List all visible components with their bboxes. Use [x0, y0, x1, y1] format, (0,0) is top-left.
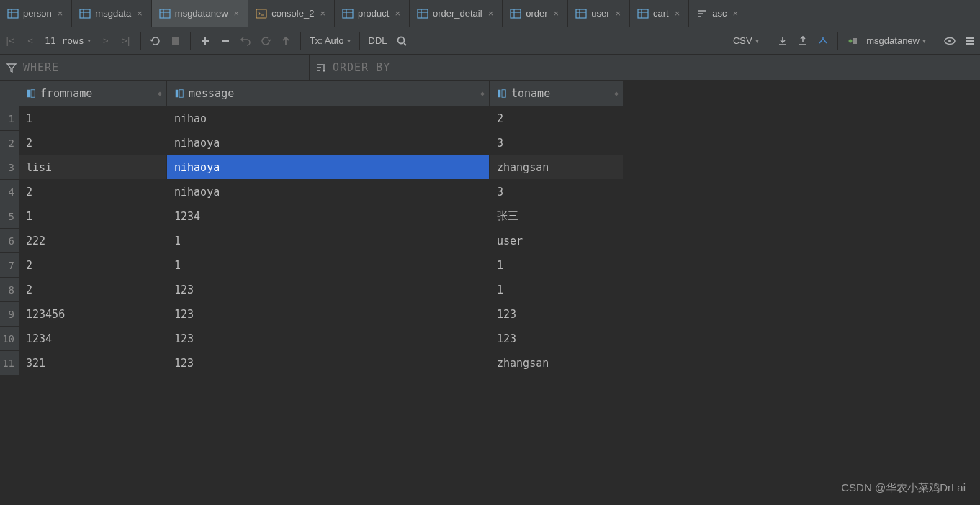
- close-icon[interactable]: ×: [135, 8, 144, 19]
- tab-asc[interactable]: asc×: [689, 0, 747, 27]
- ddl-button[interactable]: DDL: [364, 35, 392, 46]
- sort-indicator-icon[interactable]: ◆: [614, 89, 619, 97]
- table-row[interactable]: 21231: [19, 278, 624, 302]
- add-row-button[interactable]: [195, 31, 215, 51]
- import-button[interactable]: [793, 31, 813, 51]
- row-number[interactable]: 5: [0, 204, 19, 229]
- cell-message[interactable]: nihaoya: [167, 155, 490, 179]
- cell-message[interactable]: 123: [167, 327, 490, 350]
- cell-toname[interactable]: zhangsan: [490, 155, 624, 179]
- export-button[interactable]: [773, 31, 793, 51]
- session-context-dropdown[interactable]: msgdatanew ▾: [842, 35, 930, 47]
- row-number[interactable]: 11: [0, 351, 19, 376]
- cell-fromname[interactable]: 1: [19, 204, 167, 228]
- close-icon[interactable]: ×: [56, 8, 65, 19]
- remove-row-button[interactable]: [215, 31, 235, 51]
- cell-fromname[interactable]: 123456: [19, 302, 167, 326]
- cell-message[interactable]: 123: [167, 351, 490, 375]
- cell-fromname[interactable]: 321: [19, 351, 167, 375]
- export-format-dropdown[interactable]: CSV ▾: [729, 35, 763, 46]
- compare-button[interactable]: [813, 31, 833, 51]
- reload-button[interactable]: [145, 31, 166, 51]
- row-number[interactable]: 10: [0, 327, 19, 351]
- cell-toname[interactable]: 3: [490, 180, 624, 204]
- table-row[interactable]: 2221user: [19, 229, 624, 253]
- submit-button[interactable]: [276, 31, 296, 51]
- cell-fromname[interactable]: 222: [19, 229, 167, 252]
- cell-toname[interactable]: 123: [490, 302, 624, 326]
- close-icon[interactable]: ×: [613, 8, 622, 19]
- column-header-message[interactable]: message◆: [167, 81, 490, 106]
- orderby-input[interactable]: [333, 61, 470, 74]
- next-page-button[interactable]: >: [96, 31, 116, 51]
- cell-fromname[interactable]: lisi: [19, 155, 167, 179]
- table-row[interactable]: 123456123123: [19, 302, 624, 327]
- tab-console_2[interactable]: console_2×: [248, 0, 335, 27]
- sort-indicator-icon[interactable]: ◆: [480, 89, 485, 97]
- commit-button[interactable]: [256, 31, 276, 51]
- tab-order_detail[interactable]: order_detail×: [410, 0, 503, 27]
- row-number[interactable]: 9: [0, 302, 19, 327]
- cell-message[interactable]: 1234: [167, 204, 490, 228]
- close-icon[interactable]: ×: [487, 8, 495, 19]
- cell-fromname[interactable]: 2: [19, 180, 167, 204]
- row-number[interactable]: 3: [0, 155, 19, 180]
- row-number[interactable]: 2: [0, 131, 19, 155]
- tab-product[interactable]: product×: [335, 0, 410, 27]
- table-row[interactable]: 11234张三: [19, 204, 624, 229]
- stop-button[interactable]: [166, 31, 186, 51]
- cell-toname[interactable]: user: [490, 229, 624, 252]
- row-number[interactable]: 7: [0, 253, 19, 278]
- table-row[interactable]: 211: [19, 253, 624, 278]
- cell-toname[interactable]: 张三: [490, 204, 624, 228]
- cell-message[interactable]: 1: [167, 253, 490, 277]
- cell-message[interactable]: 123: [167, 278, 490, 301]
- cell-fromname[interactable]: 1234: [19, 327, 167, 350]
- tab-order[interactable]: order×: [503, 0, 568, 27]
- cell-toname[interactable]: 123: [490, 327, 624, 350]
- cell-toname[interactable]: 2: [490, 106, 624, 130]
- row-number[interactable]: 1: [0, 106, 19, 131]
- column-header-fromname[interactable]: fromname◆: [19, 81, 167, 106]
- cell-toname[interactable]: 1: [490, 253, 624, 277]
- cell-toname[interactable]: 3: [490, 131, 624, 155]
- close-icon[interactable]: ×: [732, 8, 740, 19]
- table-row[interactable]: 2nihaoya3: [19, 180, 624, 204]
- tab-user[interactable]: user×: [568, 0, 630, 27]
- close-icon[interactable]: ×: [233, 8, 241, 19]
- settings-button[interactable]: [960, 31, 980, 51]
- cell-fromname[interactable]: 2: [19, 278, 167, 301]
- close-icon[interactable]: ×: [393, 8, 402, 19]
- tab-cart[interactable]: cart×: [630, 0, 689, 27]
- row-count-label[interactable]: 11 rows ▾: [40, 35, 96, 46]
- cell-fromname[interactable]: 2: [19, 253, 167, 277]
- close-icon[interactable]: ×: [673, 8, 682, 19]
- cell-fromname[interactable]: 2: [19, 131, 167, 155]
- table-row[interactable]: 321123zhangsan: [19, 351, 624, 376]
- table-row[interactable]: 1nihao2: [19, 106, 624, 131]
- cell-message[interactable]: nihaoya: [167, 131, 490, 155]
- tx-mode-dropdown[interactable]: Tx: Auto ▾: [305, 35, 355, 46]
- sort-indicator-icon[interactable]: ◆: [158, 89, 162, 97]
- table-row[interactable]: lisinihaoyazhangsan: [19, 155, 624, 180]
- row-number[interactable]: 4: [0, 180, 19, 204]
- cell-fromname[interactable]: 1: [19, 106, 167, 130]
- row-number[interactable]: 8: [0, 278, 19, 302]
- search-button[interactable]: [392, 31, 412, 51]
- where-input[interactable]: [23, 61, 161, 74]
- first-page-button[interactable]: |<: [0, 31, 20, 51]
- cell-message[interactable]: nihao: [167, 106, 490, 130]
- close-icon[interactable]: ×: [318, 8, 327, 19]
- close-icon[interactable]: ×: [552, 8, 561, 19]
- table-row[interactable]: 2nihaoya3: [19, 131, 624, 155]
- prev-page-button[interactable]: <: [20, 31, 40, 51]
- row-number[interactable]: 6: [0, 229, 19, 253]
- tab-msgdata[interactable]: msgdata×: [72, 0, 151, 27]
- column-header-toname[interactable]: toname◆: [490, 81, 624, 106]
- view-button[interactable]: [940, 31, 960, 51]
- cell-message[interactable]: nihaoya: [167, 180, 490, 204]
- cell-message[interactable]: 1: [167, 229, 490, 252]
- table-row[interactable]: 1234123123: [19, 327, 624, 351]
- cell-message[interactable]: 123: [167, 302, 490, 326]
- cell-toname[interactable]: zhangsan: [490, 351, 624, 375]
